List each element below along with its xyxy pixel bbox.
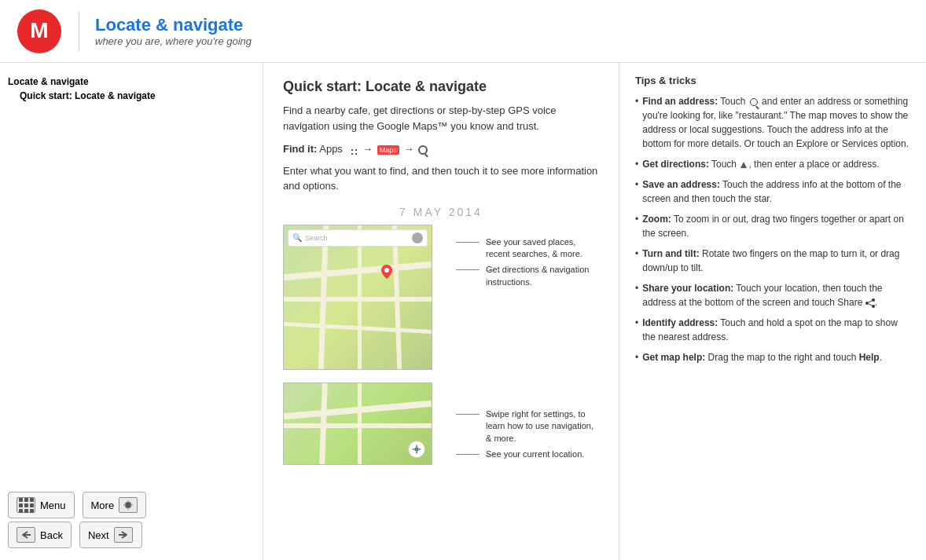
callout-line bbox=[456, 454, 480, 455]
callout-text-location: See your current location. bbox=[486, 448, 584, 460]
svg-point-13 bbox=[872, 305, 875, 308]
map-container: 🔍 Search bbox=[283, 225, 599, 465]
back-icon bbox=[17, 527, 35, 543]
sidebar: Locate & navigate Quick start: Locate & … bbox=[0, 63, 263, 560]
tip-text-zoom: To zoom in or out, drag two fingers toge… bbox=[642, 214, 904, 239]
find-it-arrow1: → bbox=[362, 143, 376, 155]
content-intro: Find a nearby cafe, get directions or st… bbox=[283, 103, 599, 134]
header-title: Locate & navigate bbox=[95, 15, 252, 35]
header-subtitle: where you are, where you're going bbox=[95, 35, 252, 47]
next-label: Next bbox=[88, 529, 109, 541]
callout-line bbox=[456, 269, 480, 270]
search-placeholder: Search bbox=[305, 234, 328, 242]
svg-line-15 bbox=[869, 304, 872, 306]
svg-point-6 bbox=[415, 447, 419, 451]
svg-line-14 bbox=[869, 301, 872, 302]
date-stamp: 7 MAY 2014 bbox=[283, 206, 599, 218]
callout-text-saved: See your saved places, recent searches, … bbox=[486, 236, 599, 261]
next-button[interactable]: Next bbox=[79, 522, 142, 548]
tip-item-save-address: • Save an address: Touch the address inf… bbox=[635, 178, 910, 206]
callout-spacer bbox=[456, 288, 599, 408]
nav-row-top: Menu More bbox=[8, 492, 255, 518]
location-pin bbox=[381, 265, 392, 279]
map-visual-bottom bbox=[284, 383, 432, 464]
map-area: 7 MAY 2014 bbox=[283, 206, 599, 465]
sidebar-navigation: Locate & navigate Quick start: Locate & … bbox=[8, 75, 255, 103]
more-label: More bbox=[91, 500, 115, 511]
map-visual-top: 🔍 Search bbox=[284, 225, 432, 369]
tips-title: Tips & tricks bbox=[635, 75, 910, 86]
tips-panel: Tips & tricks • Find an address: Touch a… bbox=[619, 63, 926, 560]
tip-bold-save: Save an address: bbox=[642, 179, 720, 190]
svg-point-12 bbox=[865, 302, 869, 305]
callout-current-location: See your current location. bbox=[456, 448, 599, 460]
callout-text-directions: Get directions & navigation instructions… bbox=[486, 264, 599, 288]
content-area: Quick start: Locate & navigate Find a ne… bbox=[263, 63, 619, 560]
more-icon bbox=[119, 497, 138, 513]
back-label: Back bbox=[40, 529, 63, 541]
tip-bold-identify: Identify address: bbox=[642, 317, 718, 328]
sidebar-item-locate-navigate[interactable]: Locate & navigate bbox=[8, 75, 255, 89]
map-road bbox=[358, 225, 362, 369]
tip-item-share: • Share your location: Touch your locati… bbox=[635, 281, 910, 309]
menu-button[interactable]: Menu bbox=[8, 492, 75, 518]
callout-line bbox=[456, 242, 480, 243]
search-icon-small: 🔍 bbox=[292, 233, 302, 242]
tip-item-zoom: • Zoom: To zoom in or out, drag two fing… bbox=[635, 212, 910, 240]
menu-label: Menu bbox=[40, 500, 66, 511]
tip-bold-turn: Turn and tilt: bbox=[642, 248, 699, 259]
tip-item-turn-tilt: • Turn and tilt: Rotate two fingers on t… bbox=[635, 247, 910, 275]
map-screenshot-top: 🔍 Search bbox=[283, 225, 432, 370]
apps-icon bbox=[347, 145, 358, 156]
tip-text-map-help: Drag the map to the right and touch Help… bbox=[708, 352, 882, 363]
tip-bold-map-help: Get map help: bbox=[642, 352, 705, 363]
tip-bold-directions: Get directions: bbox=[642, 159, 709, 170]
enter-what: Enter what you want to find, and then to… bbox=[283, 163, 599, 194]
find-it: Find it: Apps → Maps → bbox=[283, 143, 599, 156]
callout-text-swipe: Swipe right for settings, to learn how t… bbox=[486, 408, 599, 445]
header-divider bbox=[79, 12, 79, 51]
more-button[interactable]: More bbox=[83, 492, 147, 518]
header-title-block: Locate & navigate where you are, where y… bbox=[95, 15, 252, 47]
nav-row-bottom: Back Next bbox=[8, 522, 255, 548]
callout-directions: Get directions & navigation instructions… bbox=[456, 264, 599, 288]
svg-point-11 bbox=[872, 298, 875, 302]
profile-icon bbox=[412, 232, 423, 243]
tip-bold-zoom: Zoom: bbox=[642, 214, 671, 225]
sidebar-item-quick-start[interactable]: Quick start: Locate & navigate bbox=[8, 89, 255, 103]
back-button[interactable]: Back bbox=[8, 522, 72, 548]
tip-item-identify: • Identify address: Touch and hold a spo… bbox=[635, 316, 910, 344]
tip-item-map-help: • Get map help: Drag the map to the righ… bbox=[635, 350, 910, 364]
callout-area: See your saved places, recent searches, … bbox=[444, 225, 599, 465]
motorola-logo: M bbox=[16, 8, 63, 55]
find-it-text: Apps bbox=[319, 143, 345, 155]
callout-saved-places: See your saved places, recent searches, … bbox=[456, 236, 599, 261]
tip-bold-share: Share your location: bbox=[642, 283, 733, 294]
map-screenshots: 🔍 Search bbox=[283, 225, 432, 465]
tip-item-directions: • Get directions: Touch , then enter a p… bbox=[635, 157, 910, 171]
header: M Locate & navigate where you are, where… bbox=[0, 0, 926, 63]
tip-item-find-address: • Find an address: Touch and enter an ad… bbox=[635, 94, 910, 151]
search-icon bbox=[418, 145, 428, 155]
map-screenshot-bottom bbox=[283, 382, 432, 465]
find-it-arrow2: → bbox=[403, 143, 417, 155]
menu-icon bbox=[17, 497, 35, 513]
svg-text:M: M bbox=[30, 18, 48, 42]
current-location-button[interactable] bbox=[408, 441, 425, 458]
callout-line bbox=[456, 414, 480, 415]
maps-icon: Maps bbox=[377, 145, 399, 155]
callout-swipe: Swipe right for settings, to learn how t… bbox=[456, 408, 599, 445]
find-it-label: Find it: bbox=[283, 143, 317, 155]
svg-point-5 bbox=[384, 268, 389, 273]
tip-text-directions: Touch , then enter a place or address. bbox=[711, 159, 879, 170]
bottom-navigation: Menu More bbox=[8, 492, 255, 548]
content-title: Quick start: Locate & navigate bbox=[283, 79, 599, 95]
map-road bbox=[358, 383, 362, 464]
map-search-bar: 🔍 Search bbox=[288, 229, 428, 247]
main-layout: Locate & navigate Quick start: Locate & … bbox=[0, 63, 926, 560]
tip-bold-find-address: Find an address: bbox=[642, 96, 718, 107]
next-icon bbox=[114, 527, 133, 543]
